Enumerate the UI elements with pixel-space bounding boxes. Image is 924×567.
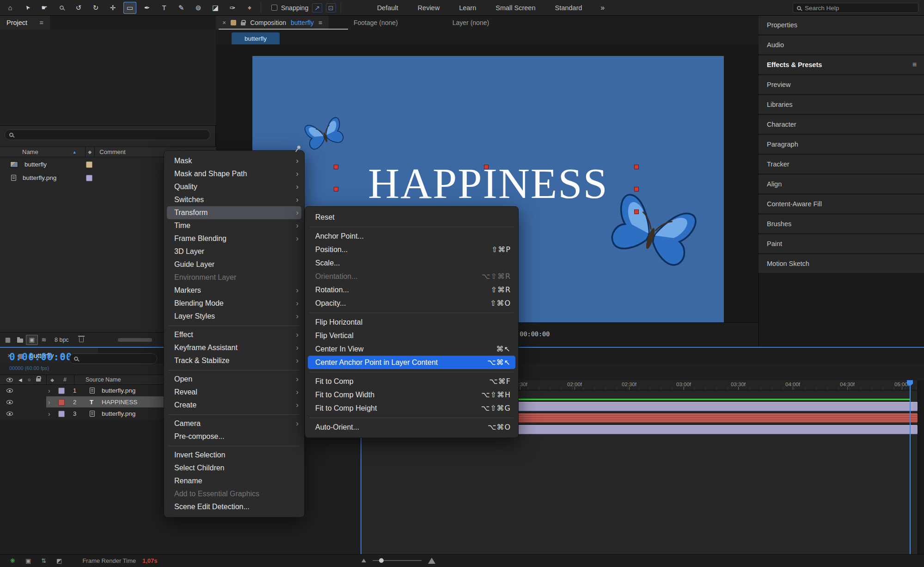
menu-item-center-in-view[interactable]: Center In View⌘↖ — [305, 342, 518, 356]
menu-item-flip-vertical[interactable]: Flip Vertical — [305, 329, 518, 342]
menu-item-auto-orient[interactable]: Auto-Orient...⌥⌘O — [305, 420, 518, 434]
panel-tab-content-aware-fill[interactable]: Content-Aware Fill — [759, 195, 924, 213]
workspace-default[interactable]: Default — [377, 4, 398, 12]
menu-item-select-children[interactable]: Select Children — [164, 462, 304, 475]
menu-item-position[interactable]: Position...⇧⌘P — [305, 243, 518, 256]
rotation-tool-button[interactable]: ↻ — [89, 2, 102, 14]
selection-tool-button[interactable]: ➤ — [21, 2, 34, 14]
tab-footage[interactable]: Footage (none) — [354, 19, 398, 26]
visibility-eye-icon[interactable] — [6, 388, 13, 393]
panel-tab-paragraph[interactable]: Paragraph — [759, 135, 924, 154]
menu-item-switches[interactable]: Switches› — [164, 193, 304, 206]
workspace-learn[interactable]: Learn — [459, 4, 476, 12]
visibility-eye-icon[interactable] — [6, 412, 13, 416]
menu-item-layer-styles[interactable]: Layer Styles› — [164, 310, 304, 323]
label-color-swatch[interactable] — [86, 161, 92, 168]
help-search-field[interactable]: Search Help — [793, 3, 918, 13]
bins-icon[interactable]: ▦ — [2, 336, 14, 343]
menu-item-open[interactable]: Open› — [164, 373, 304, 386]
playhead-line[interactable] — [910, 380, 911, 554]
menu-item-reset[interactable]: Reset — [305, 210, 518, 224]
snapping-checkbox[interactable] — [271, 5, 277, 11]
menu-item-guide-layer[interactable]: Guide Layer — [164, 258, 304, 271]
workspace-small-screen[interactable]: Small Screen — [496, 4, 535, 12]
workspace-overflow-icon[interactable]: » — [600, 4, 605, 12]
label-column-icon[interactable]: ◆ — [88, 149, 92, 154]
panel-icon[interactable]: ◩ — [56, 557, 62, 564]
menu-item-keyframe-assistant[interactable]: Keyframe Assistant› — [164, 341, 304, 354]
panel-tab-properties[interactable]: Properties — [759, 16, 924, 34]
butterfly-layer-small[interactable] — [299, 111, 351, 160]
menu-item-quality[interactable]: Quality› — [164, 180, 304, 193]
render-status-icon[interactable]: ❋ — [10, 557, 15, 564]
menu-item-mask[interactable]: Mask› — [164, 154, 304, 167]
tab-layer[interactable]: Layer (none) — [453, 19, 489, 26]
selection-handle[interactable] — [484, 165, 489, 169]
menu-item-rotation[interactable]: Rotation...⇧⌘R — [305, 283, 518, 296]
zoom-in-icon[interactable] — [428, 558, 435, 564]
workspace-standard[interactable]: Standard — [555, 4, 582, 12]
label-color-swatch[interactable] — [86, 175, 92, 181]
duplicate-icon[interactable]: ▣ — [25, 557, 31, 564]
solo-column-icon[interactable]: ○ — [28, 377, 31, 382]
selection-handle[interactable] — [634, 187, 639, 191]
column-comment[interactable]: Comment — [99, 148, 125, 155]
menu-item-frame-blending[interactable]: Frame Blending› — [164, 232, 304, 245]
selection-handle[interactable] — [634, 210, 639, 214]
column-source-name[interactable]: Source Name — [86, 376, 121, 383]
pan-behind-tool-button[interactable]: ✛ — [106, 2, 119, 14]
timeline-vertical-scrollbar[interactable] — [918, 380, 924, 554]
zoom-tool-button[interactable] — [55, 2, 68, 14]
lock-icon[interactable] — [241, 22, 245, 25]
expand-chevron-icon[interactable]: › — [48, 399, 50, 406]
delete-icon[interactable] — [79, 336, 84, 344]
layer-label-swatch[interactable] — [58, 388, 65, 394]
panel-tab-effects-presets[interactable]: Effects & Presets≡ — [759, 55, 924, 74]
eraser-tool-button[interactable]: ◪ — [209, 2, 222, 14]
pen-tool-button[interactable]: ✒ — [141, 2, 153, 14]
orbit-camera-tool-button[interactable]: ↺ — [72, 2, 85, 14]
new-folder-icon[interactable] — [14, 337, 26, 343]
zoom-slider-knob[interactable] — [379, 558, 384, 563]
home-button[interactable]: ⌂ — [4, 2, 17, 14]
clone-stamp-tool-button[interactable]: ⊚ — [192, 2, 205, 14]
label-column-icon[interactable]: ◆ — [50, 377, 54, 382]
menu-item-3d-layer[interactable]: 3D Layer — [164, 245, 304, 258]
viewer-comp-tab[interactable]: butterfly — [232, 32, 280, 44]
menu-item-reveal[interactable]: Reveal› — [164, 386, 304, 399]
lock-column-icon[interactable] — [36, 378, 41, 382]
panel-tab-motion-sketch[interactable]: Motion Sketch — [759, 254, 924, 273]
timeline-search-field[interactable] — [69, 353, 157, 364]
current-timecode[interactable]: 0:00:00:00 — [9, 351, 72, 363]
audio-column-icon[interactable]: ◀ — [18, 377, 22, 382]
layer-label-swatch[interactable] — [58, 399, 65, 406]
menu-item-effect[interactable]: Effect› — [164, 328, 304, 341]
brush-tool-button[interactable]: ✎ — [175, 2, 188, 14]
type-tool-button[interactable]: T — [158, 2, 171, 14]
panel-menu-icon[interactable]: ≡ — [318, 19, 322, 26]
menu-item-fit-to-comp[interactable]: Fit to Comp⌥⌘F — [305, 375, 518, 388]
menu-item-invert-selection[interactable]: Invert Selection — [164, 449, 304, 462]
selection-handle[interactable] — [334, 165, 338, 169]
selection-handle[interactable] — [634, 165, 639, 169]
menu-item-create[interactable]: Create› — [164, 399, 304, 412]
panel-tab-brushes[interactable]: Brushes — [759, 215, 924, 233]
project-search-field[interactable] — [5, 129, 210, 140]
video-column-icon[interactable] — [6, 378, 13, 382]
expand-icon[interactable]: ⇅ — [41, 557, 46, 564]
zoom-slider-track[interactable] — [373, 560, 422, 561]
zoom-out-icon[interactable] — [361, 559, 366, 562]
hand-tool-button[interactable]: ☛ — [38, 2, 51, 14]
menu-item-fit-to-comp-height[interactable]: Fit to Comp Height⌥⇧⌘G — [305, 401, 518, 415]
close-icon[interactable]: × — [222, 19, 226, 26]
menu-item-time[interactable]: Time› — [164, 219, 304, 232]
bit-depth-label[interactable]: 8 bpc — [55, 337, 69, 343]
column-name[interactable]: Name — [22, 148, 38, 155]
shape-tool-button[interactable]: ▭ — [123, 2, 136, 14]
pin-icon[interactable] — [294, 145, 302, 153]
expand-chevron-icon[interactable]: › — [48, 410, 50, 418]
panel-menu-icon[interactable]: ≡ — [912, 61, 917, 69]
menu-item-markers[interactable]: Markers› — [164, 284, 304, 297]
puppet-pin-tool-button[interactable]: ⌖ — [243, 2, 256, 14]
panel-tab-audio[interactable]: Audio — [759, 36, 924, 54]
